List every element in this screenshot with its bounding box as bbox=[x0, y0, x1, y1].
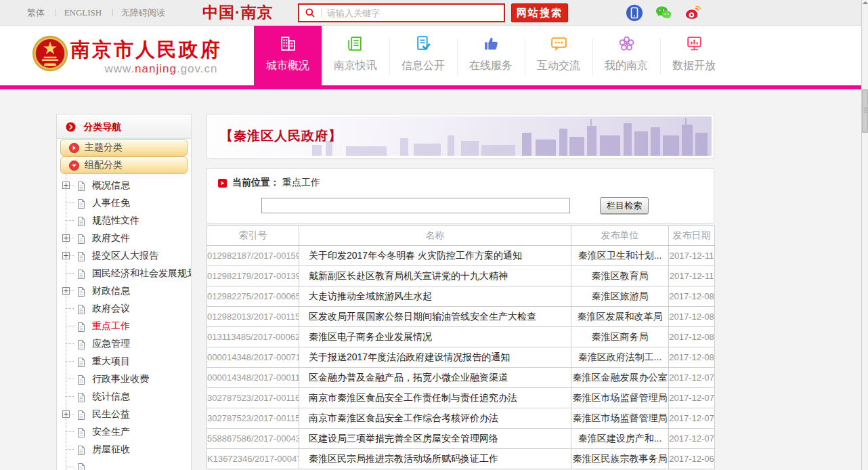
site-search-button[interactable]: 网站搜索 bbox=[511, 3, 568, 22]
cell-date: 2017-12-07 bbox=[669, 388, 715, 408]
chat-icon bbox=[525, 35, 592, 54]
mobile-app-icon[interactable] bbox=[626, 4, 643, 22]
nav-tab[interactable]: 互动交流 bbox=[525, 26, 592, 85]
sidebar-tree-item-label[interactable]: 规范性文件 bbox=[92, 215, 139, 226]
sidebar-tree-item[interactable]: 安全生产 bbox=[57, 423, 191, 440]
topbar-link[interactable]: 无障碍阅读 bbox=[104, 7, 165, 18]
table-row: 013113485/2017-00062 秦淮区电子商务企业发展情况 秦淮区商务… bbox=[207, 327, 715, 347]
site-url: www.nanjing.gov.cn bbox=[70, 62, 252, 76]
nav-tab[interactable]: 城市概况 bbox=[254, 26, 322, 85]
sidebar-tree-item-label[interactable]: 人事任免 bbox=[92, 197, 130, 208]
sidebar-tree-item-label[interactable]: 政府会议 bbox=[92, 303, 130, 314]
cell-title: 区金融办普及金融产品，拓宽小微企业融资渠道 bbox=[299, 368, 571, 388]
data-chart-icon bbox=[660, 35, 728, 54]
breadcrumb-search-panel: 当前位置： 重点工作 栏目检索 bbox=[207, 168, 714, 223]
document-link[interactable]: 南京市秦淮区食品安全工作责任制与责任追究办法 bbox=[309, 392, 517, 403]
topbar-link[interactable]: ENGLISH bbox=[47, 7, 102, 18]
page-scrollbar[interactable] bbox=[861, 0, 868, 470]
column-search-button[interactable]: 栏目检索 bbox=[600, 197, 649, 214]
sidebar-tree-item[interactable]: 房屋征收 bbox=[57, 440, 191, 458]
sidebar-tree-item[interactable]: 应急管理 bbox=[57, 335, 191, 352]
sidebar-tree-item[interactable]: 政府文件 bbox=[57, 229, 191, 247]
nav-tab-label: 互动交流 bbox=[525, 59, 592, 73]
nav-tab[interactable]: 信息公开 bbox=[389, 26, 457, 85]
sidebar-tree-item[interactable]: 民生公益 bbox=[57, 405, 191, 423]
column-search-input[interactable] bbox=[261, 198, 570, 213]
document-link[interactable]: 南京市秦淮区食品安全工作综合考核评价办法 bbox=[309, 412, 498, 423]
cell-title: 戴新副区长赴区教育局机关宣讲党的十九大精神 bbox=[299, 266, 571, 286]
topbar-link[interactable]: 繁体 bbox=[27, 7, 45, 18]
sidebar-tree-item-label[interactable]: 提交区人大报告 bbox=[92, 250, 158, 261]
scroll-up-icon[interactable] bbox=[863, 1, 868, 4]
sidebar-tree-item-label[interactable]: 行政事业收费 bbox=[92, 373, 149, 384]
sidebar-tree-item[interactable]: 人事任免 bbox=[57, 194, 191, 211]
cell-title: 关于印发2017年今冬明春 火灾防控工作方案的通知 bbox=[299, 246, 571, 266]
document-link[interactable]: 大走访推动全域旅游风生水起 bbox=[309, 291, 432, 301]
sidebar-tree-item-label[interactable]: 安全生产 bbox=[92, 426, 130, 437]
sidebar-tree-item[interactable]: 概况信息 bbox=[57, 176, 191, 194]
district-banner-title: 【秦淮区人民政府】 bbox=[220, 127, 342, 145]
cell-unit: 秦淮区商务局 bbox=[571, 327, 669, 347]
wechat-icon[interactable] bbox=[655, 4, 672, 22]
expand-plus-icon[interactable] bbox=[62, 287, 70, 295]
cell-unit: 秦淮区卫生和计划... bbox=[571, 246, 669, 266]
expand-plus-icon[interactable] bbox=[62, 252, 70, 259]
sidebar-tree-item-label[interactable]: 重大项目 bbox=[92, 356, 130, 366]
document-link[interactable]: 秦淮区民宗局推进宗教活动场所赋码换证工作 bbox=[309, 453, 498, 464]
cell-title: 大走访推动全域旅游风生水起 bbox=[299, 286, 571, 307]
main-nav: 城市概况 南京快讯 信息公开 在线服务 互动交流 bbox=[254, 26, 728, 85]
nav-tab[interactable]: 我的南京 bbox=[592, 26, 660, 85]
nav-tab-label: 南京快讯 bbox=[322, 59, 389, 73]
sidebar-tree-item[interactable]: 行政事业收费 bbox=[57, 370, 191, 387]
cell-title: 秦淮区民宗局推进宗教活动场所赋码换证工作 bbox=[299, 449, 571, 469]
district-banner: 【秦淮区人民政府】 bbox=[207, 114, 714, 158]
cell-unit: 秦淮区旅游局 bbox=[571, 286, 669, 307]
sidebar-tree-item-label[interactable]: 房屋征收 bbox=[92, 444, 130, 454]
expand-plus-icon[interactable] bbox=[62, 181, 70, 189]
document-link[interactable]: 区发改局开展国家公祭日期间输油管线安全生产大检查 bbox=[309, 311, 536, 322]
sidebar-tree-item[interactable]: 提交区人大报告 bbox=[57, 247, 191, 264]
document-link[interactable]: 戴新副区长赴区教育局机关宣讲党的十九大精神 bbox=[309, 270, 508, 281]
weibo-icon[interactable] bbox=[685, 4, 702, 22]
sidebar-category-button[interactable]: 组配分类 bbox=[60, 156, 188, 174]
cell-date: 2017-12-07 bbox=[669, 429, 715, 449]
sidebar-category-button-label: 组配分类 bbox=[85, 159, 123, 171]
sidebar-tree-item[interactable]: 财政信息 bbox=[57, 282, 191, 299]
expand-plus-icon[interactable] bbox=[62, 234, 70, 242]
document-link[interactable]: 区建设局三项举措完善全区房屋安全管理网络 bbox=[309, 433, 498, 444]
sidebar-tree-item[interactable]: 国民经济和社会发展规划 bbox=[57, 264, 191, 282]
sidebar-tree-item-label[interactable]: 财政信息 bbox=[92, 285, 130, 296]
document-link[interactable]: 区金融办普及金融产品，拓宽小微企业融资渠道 bbox=[309, 372, 508, 383]
sidebar-tree-item[interactable]: 政府会议 bbox=[57, 299, 191, 317]
sidebar-tree-item[interactable]: 重大项目 bbox=[57, 352, 191, 370]
sidebar-tree-item-label[interactable]: 民生公益 bbox=[92, 408, 130, 419]
table-row: 302787523/2017-00116 南京市秦淮区食品安全工作责任制与责任追… bbox=[207, 388, 715, 408]
sidebar-category-button[interactable]: 主题分类 bbox=[60, 139, 188, 156]
sidebar-tree-item[interactable] bbox=[57, 458, 191, 470]
expand-plus-icon[interactable] bbox=[62, 410, 70, 418]
sidebar-tree-item-label[interactable]: 概况信息 bbox=[92, 179, 130, 190]
site-search-input[interactable] bbox=[327, 8, 504, 18]
cell-unit: 秦淮区教育局 bbox=[571, 266, 669, 286]
news-icon bbox=[322, 35, 389, 54]
sidebar-tree-item-label[interactable]: 应急管理 bbox=[92, 338, 130, 349]
sidebar-tree-item-label[interactable]: 统计信息 bbox=[92, 391, 130, 402]
arrow-down-circle-icon bbox=[69, 161, 79, 171]
sidebar-tree-item-label[interactable]: 重点工作 bbox=[92, 320, 130, 331]
table-row: 012982179/2017-00139 戴新副区长赴区教育局机关宣讲党的十九大… bbox=[207, 266, 715, 286]
nav-tab[interactable]: 在线服务 bbox=[457, 26, 525, 85]
cell-index: 012982013/2017-00115 bbox=[207, 307, 299, 327]
sidebar-tree-item-label[interactable]: 政府文件 bbox=[92, 232, 130, 243]
nav-tab[interactable]: 南京快讯 bbox=[322, 26, 389, 85]
document-link[interactable]: 秦淮区电子商务企业发展情况 bbox=[309, 331, 432, 342]
scrollbar-thumb[interactable] bbox=[862, 89, 868, 133]
document-link[interactable]: 关于报送2017年度法治政府建设情况报告的通知 bbox=[309, 351, 510, 362]
col-header-unit: 发布单位 bbox=[571, 226, 669, 246]
sidebar-tree-item[interactable]: 统计信息 bbox=[57, 387, 191, 405]
sidebar-tree-item-label[interactable]: 国民经济和社会发展规划 bbox=[92, 268, 192, 278]
sidebar-tree-item[interactable]: 规范性文件 bbox=[57, 211, 191, 229]
nav-tab[interactable]: 数据开放 bbox=[660, 26, 728, 85]
document-link[interactable]: 关于印发2017年今冬明春 火灾防控工作方案的通知 bbox=[309, 250, 522, 261]
category-sidebar: 分类导航 主题分类 组配分类 概况信息 人事任免 bbox=[56, 114, 192, 470]
sidebar-tree-item[interactable]: 重点工作 bbox=[57, 317, 191, 335]
